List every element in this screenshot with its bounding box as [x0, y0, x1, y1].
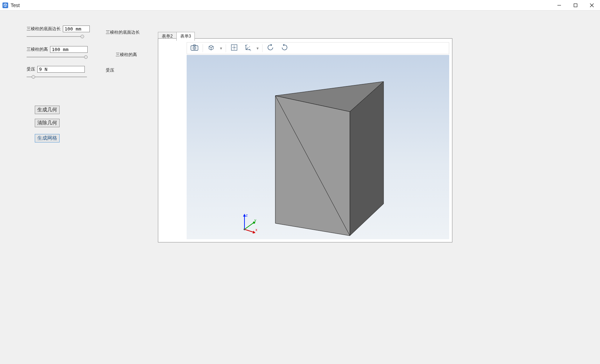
viewer-frame: ▼ zyx ▼ [158, 38, 452, 242]
minimize-button[interactable] [551, 0, 567, 11]
param-edge-slider[interactable] [27, 34, 83, 39]
param-edge-input[interactable] [63, 26, 90, 32]
svg-text:x: x [250, 49, 251, 51]
close-button[interactable] [584, 0, 600, 11]
svg-point-29 [244, 229, 246, 230]
svg-line-12 [246, 47, 248, 50]
prism-model-icon [187, 55, 449, 239]
svg-line-26 [244, 229, 253, 232]
camera-icon [191, 44, 198, 52]
titlebar: Test [0, 0, 600, 11]
param-load: 受压 [27, 66, 90, 79]
svg-point-9 [234, 47, 235, 48]
clear-geometry-button[interactable]: 清除几何 [35, 119, 60, 127]
param-height: 三棱柱的高 [27, 46, 90, 59]
rotate-ccw-button[interactable] [265, 43, 277, 53]
slider-thumb-icon[interactable] [32, 75, 35, 79]
svg-text:y: y [254, 218, 256, 222]
canvas-3d[interactable]: z y x [187, 55, 449, 239]
svg-marker-27 [253, 231, 255, 234]
rotate-ccw-icon [267, 44, 275, 52]
generate-geometry-button[interactable]: 生成几何 [35, 106, 60, 114]
right-label-height: 三棱柱的高 [116, 52, 137, 58]
viewer-toolbar: ▼ zyx ▼ [187, 42, 449, 54]
generate-mesh-button[interactable]: 生成网格 [35, 134, 60, 142]
svg-line-23 [244, 223, 253, 229]
svg-point-7 [194, 47, 195, 49]
svg-text:z: z [247, 44, 248, 46]
client-area: 三棱柱的底面边长 三棱柱的高 受压 三棱柱的底面边长 三棱柱的高 受压 生成几何… [0, 11, 600, 364]
app-logo-icon [2, 2, 9, 9]
maximize-button[interactable] [567, 0, 584, 11]
rotate-cw-button[interactable] [278, 43, 290, 53]
param-edge: 三棱柱的底面边长 [27, 26, 87, 39]
screenshot-button[interactable] [188, 43, 200, 53]
right-label-load: 受压 [106, 67, 114, 73]
cube-icon [208, 44, 215, 52]
window-title: Test [11, 2, 20, 8]
param-load-input[interactable] [37, 66, 85, 73]
svg-text:z: z [246, 213, 248, 217]
slider-thumb-icon[interactable] [84, 55, 88, 59]
param-load-label: 受压 [27, 66, 35, 72]
svg-rect-2 [574, 4, 577, 7]
axis-dropdown[interactable]: ▼ [255, 46, 260, 50]
window-controls [551, 0, 600, 10]
param-load-slider[interactable] [27, 75, 87, 79]
rotate-cw-icon [280, 44, 288, 52]
param-height-label: 三棱柱的高 [27, 46, 48, 52]
view-cube-button[interactable] [205, 43, 217, 53]
svg-text:y: y [249, 45, 250, 47]
slider-thumb-icon[interactable] [81, 35, 84, 38]
param-height-slider[interactable] [27, 55, 86, 59]
svg-marker-21 [243, 214, 246, 217]
title-left: Test [2, 2, 20, 9]
view-cube-dropdown[interactable]: ▼ [219, 46, 224, 50]
axis-button[interactable]: zyx [242, 43, 254, 53]
axis-gizmo-icon: z y x [239, 212, 260, 234]
param-edge-label: 三棱柱的底面边长 [27, 26, 61, 32]
fit-icon [231, 44, 238, 52]
right-label-edge: 三棱柱的底面边长 [106, 29, 140, 35]
param-height-input[interactable] [50, 46, 88, 53]
tab-form3[interactable]: 表单3 [176, 32, 195, 41]
axis-icon: zyx [244, 44, 252, 52]
fit-view-button[interactable] [228, 43, 240, 53]
svg-text:x: x [255, 228, 257, 232]
